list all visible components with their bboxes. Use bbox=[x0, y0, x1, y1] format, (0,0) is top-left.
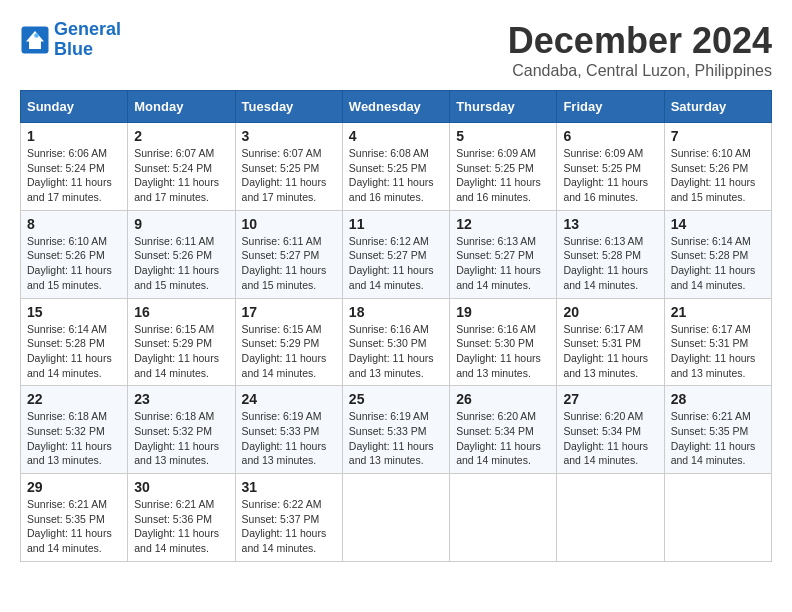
day-info: Sunrise: 6:17 AM Sunset: 5:31 PM Dayligh… bbox=[563, 322, 657, 381]
day-info: Sunrise: 6:14 AM Sunset: 5:28 PM Dayligh… bbox=[671, 234, 765, 293]
calendar-cell: 20 Sunrise: 6:17 AM Sunset: 5:31 PM Dayl… bbox=[557, 298, 664, 386]
calendar-cell: 4 Sunrise: 6:08 AM Sunset: 5:25 PM Dayli… bbox=[342, 123, 449, 211]
day-number: 7 bbox=[671, 128, 765, 144]
day-info: Sunrise: 6:08 AM Sunset: 5:25 PM Dayligh… bbox=[349, 146, 443, 205]
day-number: 22 bbox=[27, 391, 121, 407]
day-info: Sunrise: 6:17 AM Sunset: 5:31 PM Dayligh… bbox=[671, 322, 765, 381]
day-info: Sunrise: 6:16 AM Sunset: 5:30 PM Dayligh… bbox=[349, 322, 443, 381]
day-number: 15 bbox=[27, 304, 121, 320]
calendar-cell: 24 Sunrise: 6:19 AM Sunset: 5:33 PM Dayl… bbox=[235, 386, 342, 474]
weekday-header-saturday: Saturday bbox=[664, 91, 771, 123]
calendar-cell: 5 Sunrise: 6:09 AM Sunset: 5:25 PM Dayli… bbox=[450, 123, 557, 211]
day-number: 31 bbox=[242, 479, 336, 495]
logo-icon bbox=[20, 25, 50, 55]
calendar-cell: 15 Sunrise: 6:14 AM Sunset: 5:28 PM Dayl… bbox=[21, 298, 128, 386]
day-number: 19 bbox=[456, 304, 550, 320]
day-info: Sunrise: 6:18 AM Sunset: 5:32 PM Dayligh… bbox=[134, 409, 228, 468]
day-number: 25 bbox=[349, 391, 443, 407]
day-number: 28 bbox=[671, 391, 765, 407]
calendar-cell: 8 Sunrise: 6:10 AM Sunset: 5:26 PM Dayli… bbox=[21, 210, 128, 298]
day-number: 5 bbox=[456, 128, 550, 144]
calendar-cell: 7 Sunrise: 6:10 AM Sunset: 5:26 PM Dayli… bbox=[664, 123, 771, 211]
calendar-cell: 12 Sunrise: 6:13 AM Sunset: 5:27 PM Dayl… bbox=[450, 210, 557, 298]
day-number: 14 bbox=[671, 216, 765, 232]
day-number: 11 bbox=[349, 216, 443, 232]
calendar-cell bbox=[664, 474, 771, 562]
day-number: 4 bbox=[349, 128, 443, 144]
day-number: 1 bbox=[27, 128, 121, 144]
weekday-header-wednesday: Wednesday bbox=[342, 91, 449, 123]
calendar-cell: 21 Sunrise: 6:17 AM Sunset: 5:31 PM Dayl… bbox=[664, 298, 771, 386]
day-info: Sunrise: 6:14 AM Sunset: 5:28 PM Dayligh… bbox=[27, 322, 121, 381]
calendar-cell: 28 Sunrise: 6:21 AM Sunset: 5:35 PM Dayl… bbox=[664, 386, 771, 474]
weekday-header-thursday: Thursday bbox=[450, 91, 557, 123]
day-info: Sunrise: 6:15 AM Sunset: 5:29 PM Dayligh… bbox=[134, 322, 228, 381]
weekday-header-row: SundayMondayTuesdayWednesdayThursdayFrid… bbox=[21, 91, 772, 123]
day-info: Sunrise: 6:11 AM Sunset: 5:27 PM Dayligh… bbox=[242, 234, 336, 293]
calendar-cell: 29 Sunrise: 6:21 AM Sunset: 5:35 PM Dayl… bbox=[21, 474, 128, 562]
day-info: Sunrise: 6:20 AM Sunset: 5:34 PM Dayligh… bbox=[456, 409, 550, 468]
calendar-cell: 13 Sunrise: 6:13 AM Sunset: 5:28 PM Dayl… bbox=[557, 210, 664, 298]
day-number: 23 bbox=[134, 391, 228, 407]
calendar-cell: 2 Sunrise: 6:07 AM Sunset: 5:24 PM Dayli… bbox=[128, 123, 235, 211]
day-info: Sunrise: 6:11 AM Sunset: 5:26 PM Dayligh… bbox=[134, 234, 228, 293]
day-info: Sunrise: 6:21 AM Sunset: 5:36 PM Dayligh… bbox=[134, 497, 228, 556]
day-info: Sunrise: 6:10 AM Sunset: 5:26 PM Dayligh… bbox=[27, 234, 121, 293]
calendar-table: SundayMondayTuesdayWednesdayThursdayFrid… bbox=[20, 90, 772, 562]
header: General Blue December 2024 Candaba, Cent… bbox=[20, 20, 772, 80]
week-row-3: 15 Sunrise: 6:14 AM Sunset: 5:28 PM Dayl… bbox=[21, 298, 772, 386]
calendar-cell: 23 Sunrise: 6:18 AM Sunset: 5:32 PM Dayl… bbox=[128, 386, 235, 474]
calendar-cell: 30 Sunrise: 6:21 AM Sunset: 5:36 PM Dayl… bbox=[128, 474, 235, 562]
calendar-cell: 22 Sunrise: 6:18 AM Sunset: 5:32 PM Dayl… bbox=[21, 386, 128, 474]
day-info: Sunrise: 6:21 AM Sunset: 5:35 PM Dayligh… bbox=[671, 409, 765, 468]
day-info: Sunrise: 6:09 AM Sunset: 5:25 PM Dayligh… bbox=[456, 146, 550, 205]
calendar-cell: 26 Sunrise: 6:20 AM Sunset: 5:34 PM Dayl… bbox=[450, 386, 557, 474]
calendar-cell: 11 Sunrise: 6:12 AM Sunset: 5:27 PM Dayl… bbox=[342, 210, 449, 298]
day-info: Sunrise: 6:16 AM Sunset: 5:30 PM Dayligh… bbox=[456, 322, 550, 381]
day-number: 16 bbox=[134, 304, 228, 320]
calendar-cell: 3 Sunrise: 6:07 AM Sunset: 5:25 PM Dayli… bbox=[235, 123, 342, 211]
calendar-cell: 19 Sunrise: 6:16 AM Sunset: 5:30 PM Dayl… bbox=[450, 298, 557, 386]
day-info: Sunrise: 6:19 AM Sunset: 5:33 PM Dayligh… bbox=[349, 409, 443, 468]
calendar-cell bbox=[450, 474, 557, 562]
day-info: Sunrise: 6:13 AM Sunset: 5:28 PM Dayligh… bbox=[563, 234, 657, 293]
calendar-subtitle: Candaba, Central Luzon, Philippines bbox=[508, 62, 772, 80]
day-info: Sunrise: 6:07 AM Sunset: 5:25 PM Dayligh… bbox=[242, 146, 336, 205]
title-section: December 2024 Candaba, Central Luzon, Ph… bbox=[508, 20, 772, 80]
day-info: Sunrise: 6:12 AM Sunset: 5:27 PM Dayligh… bbox=[349, 234, 443, 293]
week-row-1: 1 Sunrise: 6:06 AM Sunset: 5:24 PM Dayli… bbox=[21, 123, 772, 211]
calendar-cell: 10 Sunrise: 6:11 AM Sunset: 5:27 PM Dayl… bbox=[235, 210, 342, 298]
calendar-cell: 1 Sunrise: 6:06 AM Sunset: 5:24 PM Dayli… bbox=[21, 123, 128, 211]
day-number: 30 bbox=[134, 479, 228, 495]
day-info: Sunrise: 6:10 AM Sunset: 5:26 PM Dayligh… bbox=[671, 146, 765, 205]
day-number: 9 bbox=[134, 216, 228, 232]
calendar-cell bbox=[557, 474, 664, 562]
logo: General Blue bbox=[20, 20, 121, 60]
day-number: 6 bbox=[563, 128, 657, 144]
day-number: 3 bbox=[242, 128, 336, 144]
weekday-header-sunday: Sunday bbox=[21, 91, 128, 123]
day-info: Sunrise: 6:06 AM Sunset: 5:24 PM Dayligh… bbox=[27, 146, 121, 205]
day-info: Sunrise: 6:13 AM Sunset: 5:27 PM Dayligh… bbox=[456, 234, 550, 293]
day-info: Sunrise: 6:07 AM Sunset: 5:24 PM Dayligh… bbox=[134, 146, 228, 205]
calendar-cell: 27 Sunrise: 6:20 AM Sunset: 5:34 PM Dayl… bbox=[557, 386, 664, 474]
day-number: 21 bbox=[671, 304, 765, 320]
calendar-title: December 2024 bbox=[508, 20, 772, 62]
day-number: 29 bbox=[27, 479, 121, 495]
day-number: 20 bbox=[563, 304, 657, 320]
weekday-header-tuesday: Tuesday bbox=[235, 91, 342, 123]
day-info: Sunrise: 6:19 AM Sunset: 5:33 PM Dayligh… bbox=[242, 409, 336, 468]
day-info: Sunrise: 6:15 AM Sunset: 5:29 PM Dayligh… bbox=[242, 322, 336, 381]
day-info: Sunrise: 6:09 AM Sunset: 5:25 PM Dayligh… bbox=[563, 146, 657, 205]
day-info: Sunrise: 6:20 AM Sunset: 5:34 PM Dayligh… bbox=[563, 409, 657, 468]
calendar-cell: 6 Sunrise: 6:09 AM Sunset: 5:25 PM Dayli… bbox=[557, 123, 664, 211]
day-number: 12 bbox=[456, 216, 550, 232]
day-number: 18 bbox=[349, 304, 443, 320]
day-number: 13 bbox=[563, 216, 657, 232]
day-number: 2 bbox=[134, 128, 228, 144]
day-number: 10 bbox=[242, 216, 336, 232]
day-info: Sunrise: 6:21 AM Sunset: 5:35 PM Dayligh… bbox=[27, 497, 121, 556]
day-number: 26 bbox=[456, 391, 550, 407]
weekday-header-friday: Friday bbox=[557, 91, 664, 123]
day-info: Sunrise: 6:22 AM Sunset: 5:37 PM Dayligh… bbox=[242, 497, 336, 556]
